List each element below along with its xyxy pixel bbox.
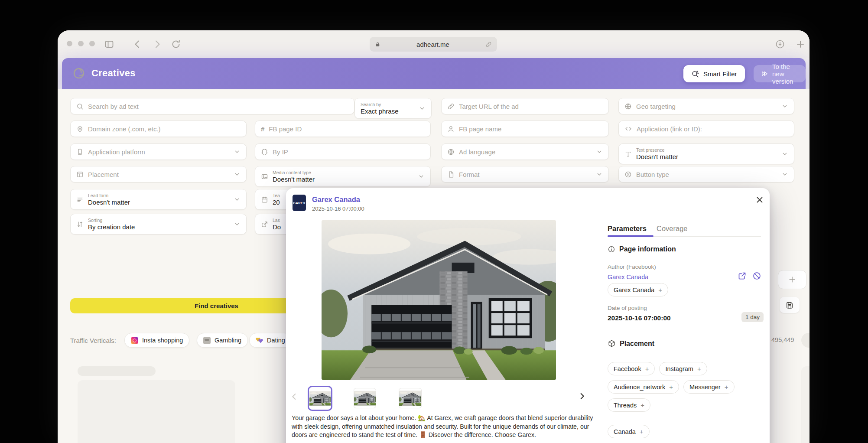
target-url-input[interactable] (459, 103, 603, 110)
ad-language-dropdown[interactable]: Ad language (441, 143, 609, 160)
placement-heading: Placement (608, 339, 654, 348)
chevron-down-icon (781, 171, 788, 178)
advertiser-name-link[interactable]: Garex Canada (312, 195, 360, 204)
creative-timestamp: 2025-10-16 07:00:00 (312, 205, 364, 212)
new-tab-icon[interactable] (795, 39, 806, 49)
creative-detail-modal: GAREX Garex Canada 2025-10-16 07:00:00 Y… (286, 188, 770, 443)
adheart-logo-icon (72, 67, 85, 80)
sorting-value: By creation date (88, 224, 135, 230)
results-count: 495,449 (771, 336, 794, 343)
map-pin-icon (76, 125, 84, 133)
search-by-dropdown[interactable]: Search by Exact phrase (354, 98, 432, 119)
domain-zone-field[interactable] (70, 121, 247, 137)
tab-coverage[interactable]: Coverage (657, 225, 688, 233)
application-platform-dropdown[interactable]: Application platform (70, 143, 247, 160)
search-by-label: Search by (361, 102, 399, 107)
traffic-light-close[interactable] (67, 41, 72, 46)
chip-label: Threads (614, 402, 637, 409)
search-ad-text-field[interactable] (70, 98, 354, 114)
placement-chip-facebook[interactable]: Facebook + (608, 362, 655, 375)
page-information-heading: Page information (608, 245, 676, 253)
vertical-chip-insta-shopping[interactable]: Insta shopping (124, 333, 189, 348)
media-content-type-label: Media content type (273, 170, 315, 175)
fb-page-id-field[interactable]: # (255, 121, 431, 137)
date-posting-value: 2025-10-16 07:00:00 (608, 314, 671, 322)
media-content-type-dropdown[interactable]: Media content type Doesn't matter (255, 166, 431, 187)
code-icon (624, 125, 632, 133)
chevron-down-icon (596, 171, 603, 178)
info-icon (608, 245, 615, 253)
search-input[interactable] (88, 103, 348, 110)
author-link[interactable]: Garex Canada (608, 274, 648, 280)
image-icon (261, 173, 268, 180)
open-external-icon[interactable] (738, 271, 747, 280)
thumbnail[interactable] (354, 388, 376, 408)
vertical-chip-gambling[interactable]: Gambling (197, 333, 248, 348)
media-content-type-value: Doesn't matter (273, 176, 315, 182)
vertical-chip-dating[interactable]: Dating (249, 333, 292, 348)
text-presence-value: Doesn't matter (636, 153, 678, 160)
geo-chip-canada[interactable]: Canada + (608, 425, 650, 438)
back-icon[interactable] (132, 39, 143, 49)
placement-dropdown[interactable]: Placement (70, 166, 247, 182)
application-input[interactable] (637, 125, 788, 133)
tab-parameters[interactable]: Parameters (608, 225, 647, 233)
thumbnail[interactable] (399, 388, 422, 408)
sorting-dropdown[interactable]: Sorting By creation date (70, 214, 247, 235)
text-presence-dropdown[interactable]: Text presence Doesn't matter (618, 143, 794, 164)
by-ip-field[interactable] (255, 143, 431, 160)
smart-filter-button[interactable]: Smart Filter (683, 65, 745, 82)
thumbnail-selected[interactable] (308, 386, 332, 411)
chevron-down-icon (234, 196, 241, 203)
block-icon[interactable] (752, 271, 761, 280)
carousel-next-icon[interactable] (577, 391, 587, 401)
domain-zone-input[interactable] (88, 125, 241, 133)
cube-icon (608, 339, 616, 348)
fb-page-name-field[interactable] (441, 121, 609, 137)
placement-chip-threads[interactable]: Threads + (608, 398, 650, 412)
chevron-down-icon (781, 103, 788, 110)
address-bar[interactable]: adheart.me (370, 37, 497, 52)
save-filter-button[interactable] (780, 297, 800, 313)
app-header: Creatives Smart Filter To the new versio… (62, 58, 806, 89)
geo-targeting-dropdown[interactable]: Geo targeting (618, 98, 794, 114)
skeleton-card-sliver (801, 366, 809, 443)
add-filter-button[interactable] (778, 270, 806, 289)
ip-grid-icon (261, 148, 268, 156)
traffic-light-minimize[interactable] (78, 41, 84, 46)
globe-icon (624, 103, 632, 110)
plus-icon: + (697, 365, 701, 372)
placement-chip-instagram[interactable]: Instagram + (659, 362, 707, 375)
sidebar-toggle-icon[interactable] (104, 39, 114, 49)
vertical-chip-label: Gambling (215, 337, 241, 344)
carousel-prev-icon[interactable] (289, 392, 299, 401)
browser-toolbar: adheart.me (58, 30, 809, 58)
skeleton-card (78, 380, 235, 443)
link-copy-icon[interactable] (485, 41, 492, 48)
application-field[interactable] (618, 121, 794, 137)
button-type-dropdown[interactable]: Button type (618, 166, 794, 182)
lead-form-dropdown[interactable]: Lead form Doesn't matter (70, 189, 247, 210)
active-tab-indicator (608, 235, 653, 237)
page-title: Creatives (91, 68, 136, 79)
placement-chip-audience-network[interactable]: Audience_network + (608, 380, 679, 394)
author-filter-chip[interactable]: Garex Canada + (608, 283, 668, 296)
fb-page-name-input[interactable] (459, 125, 603, 133)
downloads-icon[interactable] (775, 39, 785, 49)
advertiser-logo: GAREX (293, 195, 306, 211)
traffic-light-zoom[interactable] (89, 41, 95, 46)
target-url-field[interactable] (441, 98, 609, 114)
last-value: Do (273, 224, 281, 230)
fb-page-id-input[interactable] (269, 125, 425, 133)
by-ip-input[interactable] (273, 148, 425, 156)
new-version-button[interactable]: To the new version (754, 65, 806, 82)
format-dropdown[interactable]: Format (441, 166, 609, 182)
chevron-down-icon (234, 221, 241, 228)
magic-search-icon (691, 70, 699, 78)
vertical-chip-label: Dating (267, 337, 285, 344)
ad-language-placeholder: Ad language (459, 148, 495, 156)
placement-chip-messenger[interactable]: Messenger + (683, 380, 735, 394)
reload-icon[interactable] (171, 39, 181, 49)
close-icon[interactable] (755, 195, 764, 205)
placement-placeholder: Placement (88, 171, 119, 178)
